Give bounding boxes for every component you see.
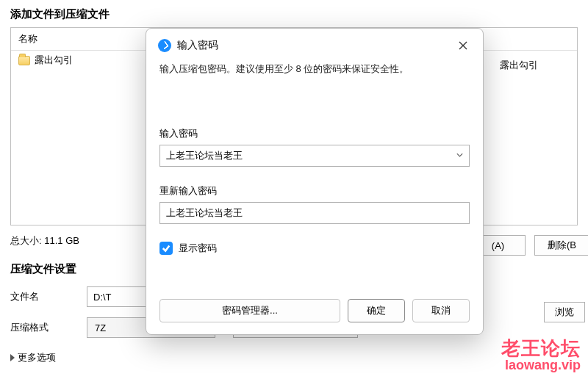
check-icon xyxy=(162,244,171,253)
close-icon xyxy=(459,41,467,50)
ok-button[interactable]: 确定 xyxy=(348,299,405,322)
browse-button[interactable]: 浏览 xyxy=(544,302,585,322)
folder-icon xyxy=(18,56,30,65)
chevron-right-icon xyxy=(10,354,15,361)
file-name-label: 露出勾引 xyxy=(35,54,73,67)
total-size-label: 总大小: xyxy=(10,235,42,246)
file-list-right-column: 露出勾引 xyxy=(500,59,538,72)
password-manager-button[interactable]: 密码管理器... xyxy=(159,299,340,322)
dialog-header: 输入密码 xyxy=(146,29,483,59)
format-label: 压缩格式 xyxy=(10,321,76,334)
dialog-title: 输入密码 xyxy=(177,39,218,52)
show-password-checkbox[interactable] xyxy=(159,242,173,255)
show-password-label: 显示密码 xyxy=(179,242,217,255)
delete-button[interactable]: 删除(B xyxy=(534,235,588,256)
password-combo xyxy=(159,145,470,167)
password-label: 输入密码 xyxy=(159,127,470,140)
dialog-body: 输入压缩包密码。建议使用至少 8 位的密码来保证安全性。 输入密码 重新输入密码… xyxy=(146,59,483,299)
password-dialog: 输入密码 输入压缩包密码。建议使用至少 8 位的密码来保证安全性。 输入密码 重… xyxy=(146,28,484,335)
info-icon xyxy=(158,39,171,52)
more-options-toggle[interactable]: 更多选项 xyxy=(10,351,578,364)
dialog-footer: 密码管理器... 确定 取消 xyxy=(146,299,483,334)
confirm-password-input[interactable] xyxy=(159,202,470,224)
total-size-value: 11.1 GB xyxy=(44,235,79,246)
main-action-buttons: (A) 删除(B xyxy=(470,235,588,256)
confirm-password-label: 重新输入密码 xyxy=(159,184,470,198)
dialog-hint: 输入压缩包密码。建议使用至少 8 位的密码来保证安全性。 xyxy=(159,62,470,76)
close-button[interactable] xyxy=(455,37,471,54)
cancel-button[interactable]: 取消 xyxy=(412,299,470,322)
more-options-label: 更多选项 xyxy=(18,351,56,364)
password-input[interactable] xyxy=(159,145,470,167)
window-title: 添加文件到压缩文件 xyxy=(10,7,578,21)
show-password-row[interactable]: 显示密码 xyxy=(159,242,470,255)
filename-label: 文件名 xyxy=(10,290,76,303)
